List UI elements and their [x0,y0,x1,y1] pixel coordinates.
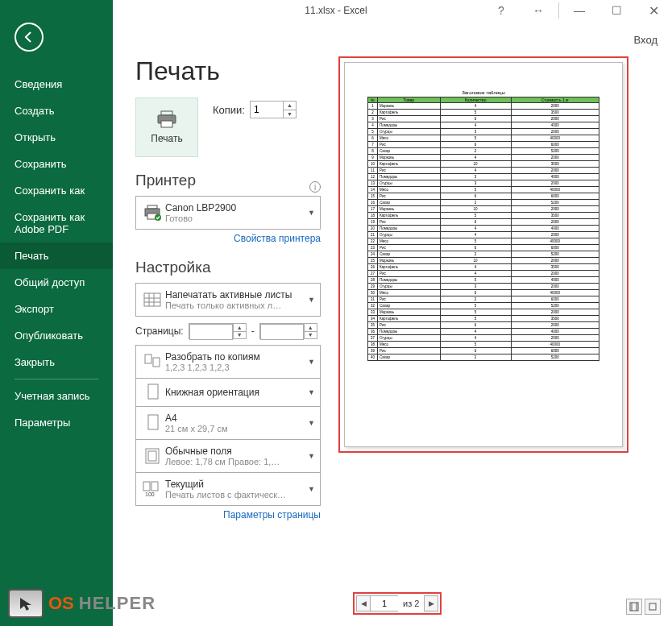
nav-item-10[interactable]: Закрыть [0,349,113,375]
pages-to[interactable]: ▲▼ [259,323,317,339]
table-row: 5Огурцы32000 [368,129,599,135]
setup-dropdown-5[interactable]: 100ТекущийПечать листов с фактическ…▼ [135,472,321,506]
page-number-input[interactable] [371,595,398,611]
nav-item-2[interactable]: Открыть [0,124,113,151]
chevron-down-icon: ▼ [308,419,315,427]
setup-icon-4 [141,447,165,465]
nav-item-0[interactable]: Сведения [0,71,113,97]
setup-dropdown-0[interactable]: Напечатать активные листыПечать только а… [135,283,321,317]
table-row: 25Морковь102000 [368,258,599,264]
table-row: 31Рис26000 [368,296,599,303]
svg-rect-14 [153,358,160,367]
svg-rect-16 [148,415,158,429]
nav-item-8[interactable]: Экспорт [0,296,113,322]
pages-from-input[interactable] [189,324,233,340]
setup-dropdown-1[interactable]: Разобрать по копиям1,2,3 1,2,3 1,2,3▼ [135,345,321,379]
table-row: 32Сахар55200 [368,303,599,309]
printer-name: Canon LBP2900 [165,202,305,214]
printer-icon [156,110,177,128]
table-row: 20Помидоры44000 [368,226,599,232]
page-setup-link[interactable]: Параметры страницы [135,509,321,520]
table-row: 16Сахар25200 [368,200,599,206]
logo-cursor-icon [8,589,44,618]
setup-icon-5: 100 [141,480,165,498]
chevron-down-icon: ▼ [308,485,315,493]
nav-item-7[interactable]: Общий доступ [0,269,113,296]
info-icon[interactable]: i [309,181,321,193]
copies-spinner[interactable]: ▲ ▼ [250,101,297,118]
svg-rect-18 [148,451,156,461]
table-row: 38Мясо540000 [368,342,599,348]
setup-icon-2 [141,382,165,403]
table-row: 26Картофель43500 [368,264,599,271]
nav-item-6[interactable]: Печать [0,243,113,269]
pages-to-input[interactable] [260,324,304,340]
table-row: 34Картофель53500 [368,316,599,322]
copies-label: Копии: [213,104,245,116]
print-button[interactable]: Печать [135,97,198,157]
copies-down[interactable]: ▼ [284,110,296,118]
setup-dropdown-3[interactable]: A421 см x 29,7 см▼ [135,406,321,440]
nav-item-1[interactable]: Создать [0,97,113,124]
nav-separator [15,379,98,379]
nav-item-9[interactable]: Опубликовать [0,322,113,349]
print-button-label: Печать [151,133,182,144]
print-preview-page: Заголовок таблицы №ТоварКоличествоСтоимо… [344,62,623,447]
setup-icon-3 [141,412,165,433]
table-row: 40Сахар25200 [368,354,599,361]
table-row: 7Рис66000 [368,142,599,148]
logo-text-helper: HELPER [79,593,156,614]
table-row: 1Морковь42000 [368,103,599,110]
table-row: 2Картофель53500 [368,110,599,116]
nav-list: СведенияСоздатьОткрытьСохранитьСохранить… [0,71,113,436]
setup-dropdown-2[interactable]: Книжная ориентация▼ [135,378,321,407]
back-button[interactable] [15,23,44,52]
setup-section-title: Настройка [135,259,321,276]
table-row: 18Картофель53500 [368,213,599,219]
chevron-down-icon: ▼ [308,358,315,366]
backstage-sidebar: СведенияСоздатьОткрытьСохранитьСохранить… [0,0,113,626]
copies-up[interactable]: ▲ [284,102,296,110]
show-margins-button[interactable] [626,599,642,615]
setup-dropdown-4[interactable]: Обычные поляЛевое: 1,78 см Правое: 1,…▼ [135,439,321,473]
printer-properties-link[interactable]: Свойства принтера [135,233,321,244]
svg-text:100: 100 [145,491,155,497]
table-row: 29Огурцы32000 [368,284,599,290]
table-row: 36Помидоры44000 [368,329,599,335]
svg-rect-20 [151,482,158,491]
zoom-to-page-button[interactable] [645,599,661,615]
printer-dropdown[interactable]: Canon LBP2900 Готово ▼ [135,196,321,230]
svg-rect-19 [143,482,150,491]
table-row: 35Рис62000 [368,322,599,329]
next-page-button[interactable]: ▶ [424,595,438,611]
table-row: 23Рис66000 [368,245,599,251]
nav-item-4[interactable]: Сохранить как [0,177,113,204]
table-row: 13Огурцы32000 [368,180,599,187]
pages-from[interactable]: ▲▼ [189,323,247,339]
print-settings-column: Печать Печать Копии: ▲ ▼ Принтер i [113,0,329,626]
nav-item-5[interactable]: Сохранить как Adobe PDF [0,204,113,243]
preview-doc-title: Заголовок таблицы [367,90,599,95]
pages-label: Страницы: [135,325,184,337]
printer-section-title: Принтер [135,172,196,189]
logo-text-os: OS [48,593,74,614]
table-row: 30Мясо640000 [368,290,599,296]
table-row: 28Помидоры54000 [368,277,599,284]
table-row: 24Сахар25200 [368,251,599,258]
svg-point-3 [172,117,173,118]
chevron-down-icon: ▼ [308,209,315,217]
table-row: 39Рис66000 [368,348,599,354]
table-row: 33Морковь52000 [368,309,599,316]
copies-input[interactable] [251,102,283,118]
nav-item-3[interactable]: Сохранить [0,151,113,177]
page-title: Печать [135,56,321,86]
table-row: 6Мясо540000 [368,135,599,142]
nav-footer-0[interactable]: Учетная запись [0,383,113,409]
watermark-logo: OS HELPER [8,589,156,618]
nav-footer-1[interactable]: Параметры [0,409,113,436]
table-row: 11Рис42000 [368,168,599,174]
table-row: 17Морковь102000 [368,206,599,213]
setup-icon-1 [141,353,165,371]
svg-rect-25 [649,603,656,610]
prev-page-button[interactable]: ◀ [356,595,371,611]
